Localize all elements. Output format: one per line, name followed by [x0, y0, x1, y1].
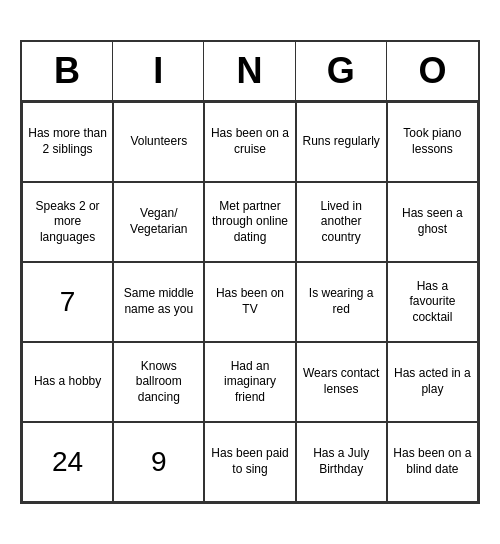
bingo-cell-24: Has been on a blind date — [387, 422, 478, 502]
bingo-cell-6: Vegan/ Vegetarian — [113, 182, 204, 262]
bingo-cell-0: Has more than 2 siblings — [22, 102, 113, 182]
bingo-letter-b: B — [22, 42, 113, 100]
bingo-cell-3: Runs regularly — [296, 102, 387, 182]
bingo-grid: Has more than 2 siblingsVolunteersHas be… — [22, 102, 478, 502]
bingo-cell-13: Is wearing a red — [296, 262, 387, 342]
bingo-cell-21: 9 — [113, 422, 204, 502]
bingo-header: BINGO — [22, 42, 478, 102]
bingo-letter-g: G — [296, 42, 387, 100]
bingo-cell-12: Has been on TV — [204, 262, 295, 342]
bingo-cell-10: 7 — [22, 262, 113, 342]
bingo-cell-17: Had an imaginary friend — [204, 342, 295, 422]
bingo-cell-16: Knows ballroom dancing — [113, 342, 204, 422]
bingo-cell-18: Wears contact lenses — [296, 342, 387, 422]
bingo-cell-4: Took piano lessons — [387, 102, 478, 182]
bingo-letter-o: O — [387, 42, 478, 100]
bingo-letter-i: I — [113, 42, 204, 100]
bingo-card: BINGO Has more than 2 siblingsVolunteers… — [20, 40, 480, 504]
bingo-cell-19: Has acted in a play — [387, 342, 478, 422]
bingo-cell-9: Has seen a ghost — [387, 182, 478, 262]
bingo-cell-23: Has a July Birthday — [296, 422, 387, 502]
bingo-cell-8: Lived in another country — [296, 182, 387, 262]
bingo-cell-15: Has a hobby — [22, 342, 113, 422]
bingo-letter-n: N — [204, 42, 295, 100]
bingo-cell-22: Has been paid to sing — [204, 422, 295, 502]
bingo-cell-11: Same middle name as you — [113, 262, 204, 342]
bingo-cell-5: Speaks 2 or more languages — [22, 182, 113, 262]
bingo-cell-1: Volunteers — [113, 102, 204, 182]
bingo-cell-2: Has been on a cruise — [204, 102, 295, 182]
bingo-cell-14: Has a favourite cocktail — [387, 262, 478, 342]
bingo-cell-20: 24 — [22, 422, 113, 502]
bingo-cell-7: Met partner through online dating — [204, 182, 295, 262]
